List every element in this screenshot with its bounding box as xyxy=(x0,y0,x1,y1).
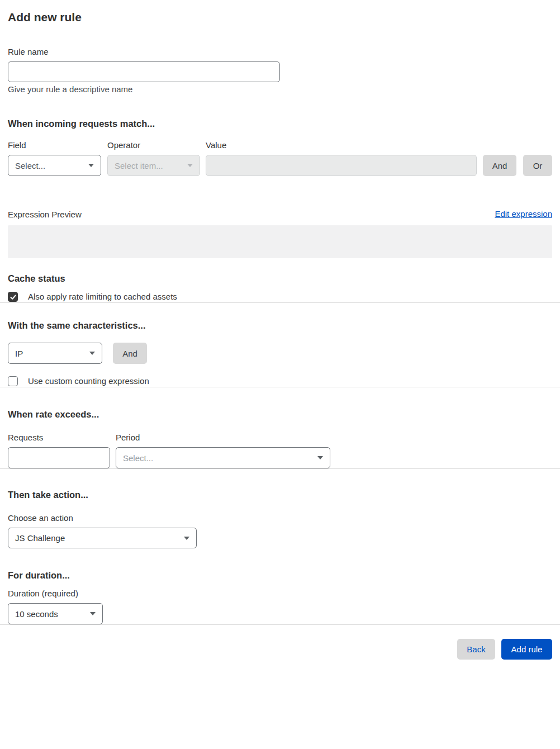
characteristic-select[interactable]: IP xyxy=(8,343,102,364)
expression-preview-header: Expression Preview Edit expression xyxy=(8,208,552,220)
characteristic-select-value: IP xyxy=(15,349,23,358)
rate-section-heading: When rate exceeds... xyxy=(8,408,552,420)
custom-counting-checkbox-label: Use custom counting expression xyxy=(28,376,149,387)
chevron-down-icon xyxy=(88,164,94,167)
value-label: Value xyxy=(206,140,477,150)
expression-preview-label: Expression Preview xyxy=(8,210,82,220)
field-select[interactable]: Select... xyxy=(8,155,101,176)
rule-name-helper: Give your rule a descriptive name xyxy=(8,84,552,94)
action-select-value: JS Challenge xyxy=(15,533,65,543)
requests-input[interactable] xyxy=(8,447,110,468)
choose-action-label: Choose an action xyxy=(8,513,552,523)
cache-status-row: Also apply rate limiting to cached asset… xyxy=(8,291,552,302)
period-select-value: Select... xyxy=(123,453,153,463)
footer-divider xyxy=(0,624,560,625)
field-label: Field xyxy=(8,140,101,150)
back-button[interactable]: Back xyxy=(457,639,495,660)
cache-status-checkbox[interactable] xyxy=(8,292,18,302)
footer-actions: Back Add rule xyxy=(8,639,552,660)
page-title: Add new rule xyxy=(8,0,552,25)
characteristics-row: IP And xyxy=(8,343,552,364)
value-input[interactable] xyxy=(206,155,477,176)
rule-name-label: Rule name xyxy=(8,47,552,57)
action-select[interactable]: JS Challenge xyxy=(8,528,197,548)
duration-section-heading: For duration... xyxy=(8,569,552,581)
duration-select[interactable]: 10 seconds xyxy=(8,603,103,624)
rate-row: Requests Period Select... xyxy=(8,433,552,468)
characteristics-and-button[interactable]: And xyxy=(113,343,147,364)
chevron-down-icon xyxy=(187,164,193,167)
rule-name-block: Rule name Give your rule a descriptive n… xyxy=(8,47,552,94)
or-button[interactable]: Or xyxy=(523,155,552,176)
cache-status-heading: Cache status xyxy=(8,272,552,285)
operator-select[interactable]: Select item... xyxy=(107,155,200,176)
duration-label: Duration (required) xyxy=(8,589,552,599)
operator-select-value: Select item... xyxy=(115,161,163,170)
section-divider xyxy=(0,468,560,469)
action-section-heading: Then take action... xyxy=(8,489,552,501)
and-button[interactable]: And xyxy=(483,155,516,176)
match-expression-row: Field Select... Operator Select item... … xyxy=(8,140,552,176)
chevron-down-icon xyxy=(184,537,189,540)
period-select[interactable]: Select... xyxy=(116,447,330,468)
chevron-down-icon xyxy=(317,456,323,459)
expression-preview-box xyxy=(8,225,552,258)
section-divider xyxy=(0,387,560,387)
section-divider xyxy=(0,302,560,303)
check-icon xyxy=(10,293,17,301)
chevron-down-icon xyxy=(89,352,95,355)
edit-expression-link[interactable]: Edit expression xyxy=(495,208,552,220)
duration-select-value: 10 seconds xyxy=(15,609,58,619)
period-label: Period xyxy=(116,433,330,443)
add-rule-button[interactable]: Add rule xyxy=(501,639,552,660)
characteristics-heading: With the same characteristics... xyxy=(8,319,552,331)
custom-counting-checkbox[interactable] xyxy=(8,376,18,386)
custom-counting-row: Use custom counting expression xyxy=(8,376,552,387)
field-select-value: Select... xyxy=(15,161,45,170)
requests-label: Requests xyxy=(8,433,110,443)
add-rule-form: Add new rule Rule name Give your rule a … xyxy=(0,0,560,302)
rule-name-input[interactable] xyxy=(8,61,280,82)
operator-label: Operator xyxy=(107,140,200,150)
cache-status-checkbox-label: Also apply rate limiting to cached asset… xyxy=(28,291,177,302)
chevron-down-icon xyxy=(90,612,96,615)
match-section-heading: When incoming requests match... xyxy=(8,117,552,130)
